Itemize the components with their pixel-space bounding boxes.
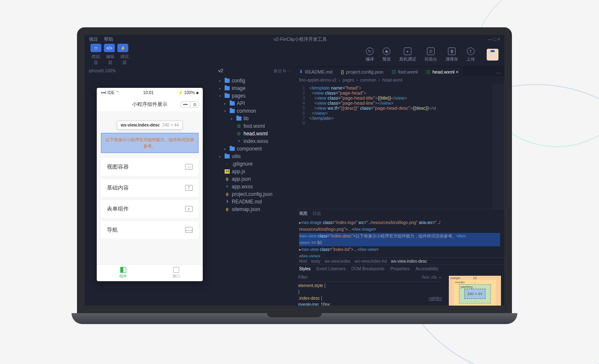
tree-item[interactable]: ▾pages [215,92,295,100]
editor-tab[interactable]: ⬇README.md [295,67,337,76]
tree-item[interactable]: ◫head.wxml [215,130,295,137]
list-item[interactable]: 表单组件≡ [101,200,199,218]
tree-item[interactable]: #index.wxss [215,137,295,145]
element-tooltip: wx-view.index-desc240 × 44 [117,121,183,129]
elements-tree[interactable]: ▸<wx-image class="index-logo" src="../re… [295,218,504,257]
devtools-subtab[interactable]: Properties [390,266,410,271]
tree-item[interactable]: ▸lib [215,115,295,122]
devtools-subtab[interactable]: Event Listeners [316,266,345,271]
capsule[interactable]: •••⊙ [180,101,199,108]
tree-item[interactable]: JSapp.js [215,168,295,175]
list-item[interactable]: 视图容器▭ [101,158,199,176]
tree-item[interactable]: ▸component [215,145,295,153]
tree-item[interactable]: #app.wxss [215,183,295,190]
app-title: 小程序组件展示 [132,101,167,108]
tab-api[interactable]: 接口 [150,265,203,281]
file-explorer: v2 ⊞ ⊡ ↻ ⋯ ▸config▸image▾pages▸API▾commo… [215,66,295,306]
dt-tab-view[interactable]: 视图 [299,211,307,216]
tabs-more[interactable]: ⋯ [493,70,504,76]
editor-tab[interactable]: {}project.config.json [337,68,387,76]
window-title: v2-FinClip小程序开发工具 [274,36,327,42]
elements-breadcrumb[interactable]: htmlbodywx-view.indexwx-view.index-hdwx-… [295,257,504,265]
list-item[interactable]: 导航∘∘∘ [101,221,199,239]
tool-compile[interactable]: ↻编译 [366,47,374,62]
device-info: iphone6 100% [85,66,215,75]
tree-item[interactable]: ▸image [215,84,295,92]
project-root: v2 [218,68,223,73]
tool-upload[interactable]: ↥上传 [466,47,475,62]
simulator-panel: iphone6 100% •••l IDE ⌃10:01⚡ 100% ■ 小程序… [85,66,215,306]
tool-qiehou[interactable]: ⊡切后台 [424,47,437,62]
editor-panel: ⬇README.md{}project.config.json◫foot.wxm… [295,66,504,306]
tool-remote[interactable]: ▸真机调试 [399,47,416,62]
tree-item[interactable]: ▸API [215,100,295,107]
tree-item[interactable]: {}app.json [215,175,295,183]
phone-simulator[interactable]: •••l IDE ⌃10:01⚡ 100% ■ 小程序组件展示 •••⊙ wx-… [97,88,203,281]
avatar[interactable] [487,49,498,61]
styles-pane[interactable]: Filter:hov .cls ＋ element.style {}.index… [295,272,445,306]
selected-element[interactable]: 以下将展示小程序官方组件能力，组件样式仅供参考。 [101,133,199,153]
devtools: 视图 日志 ▸<wx-image class="index-logo" src=… [295,209,504,306]
toolbar: □ </> ⚡ 模拟器 编辑器 调试器 ↻编译 ◉预览 ▸真机调试 ⊡切后台 🗑… [85,43,504,66]
tree-item[interactable]: ◫foot.wxml [215,122,295,130]
laptop-frame: 项目 帮助 v2-FinClip小程序开发工具 — □ × □ </> ⚡ 模拟… [72,27,517,324]
menubar: 项目 帮助 v2-FinClip小程序开发工具 — □ × [85,35,504,43]
tree-item[interactable]: ⬇README.md [215,198,295,206]
box-model[interactable]: margin10 border- padding- 240 × 44 - - - [445,272,504,306]
dt-tab-log[interactable]: 日志 [313,211,321,216]
breadcrumb[interactable]: fino-applet-demo-v2 › pages › common › h… [295,76,504,84]
tree-item[interactable]: {}project.config.json [215,190,295,198]
tree-item[interactable]: ◦.gitignore [215,160,295,168]
tree-item[interactable]: {}sitemap.json [215,206,295,213]
tree-item[interactable]: ▾common [215,107,295,115]
list-item[interactable]: 基础内容T [101,179,199,197]
menu-help[interactable]: 帮助 [104,36,113,42]
code-editor[interactable]: 1<template name="head">2 <view class="pa… [295,84,504,209]
tree-item[interactable]: ▸utils [215,153,295,160]
devtools-subtab[interactable]: Accessibility [416,266,438,271]
seg-debugger[interactable]: ⚡ [117,44,128,52]
devtools-subtab[interactable]: DOM Breakpoints [351,266,384,271]
tree-item[interactable]: ▸config [215,77,295,84]
tab-components[interactable]: 组件 [97,265,150,281]
seg-editor[interactable]: </> [104,44,115,52]
tool-clear[interactable]: 🗑清缓存 [445,47,458,62]
tool-preview[interactable]: ◉预览 [382,47,391,62]
menu-project[interactable]: 项目 [89,36,98,42]
devtools-subtab[interactable]: Styles [299,266,310,271]
editor-tab[interactable]: ◫head.wxml × [422,67,463,76]
seg-simulator[interactable]: □ [90,44,101,52]
editor-tab[interactable]: ◫foot.wxml [387,67,421,76]
